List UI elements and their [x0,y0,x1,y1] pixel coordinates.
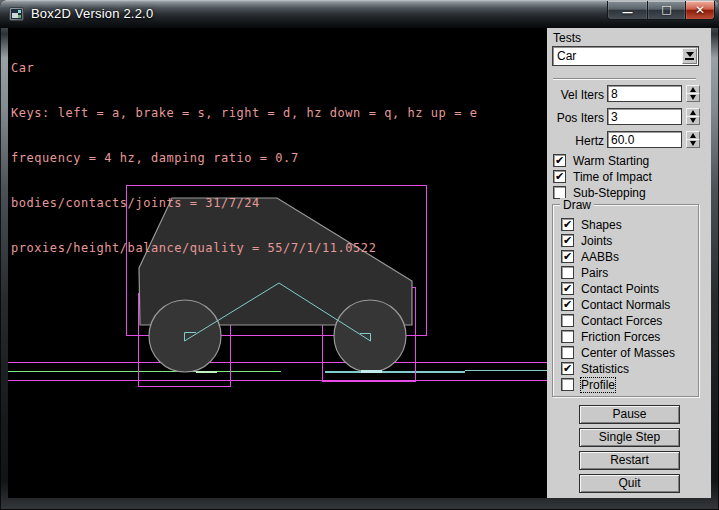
stats-overlay: Car Keys: left = a, brake = s, right = d… [11,31,477,286]
checkbox-label: Pairs [581,266,608,280]
arrow-down-icon [690,141,696,146]
separator [553,78,696,80]
checkbox-mark [561,330,574,343]
checkbox-mark [561,378,574,391]
app-window: Box2D Version 2.2.0 — □ ✕ [0,0,719,510]
restart-button[interactable]: Restart [579,451,680,470]
simulation-canvas[interactable]: Car Keys: left = a, brake = s, right = d… [8,28,547,498]
arrow-up-icon [690,133,696,138]
draw-group-box: Draw ✔ Shapes ✔ Joints ✔ AABBs Pairs [552,204,699,397]
vel-iters-spinner [686,85,700,102]
window-title: Box2D Version 2.2.0 [31,6,153,21]
arrow-down-icon [690,95,696,100]
checkbox-label: Contact Forces [581,314,662,328]
spinner-down-button[interactable] [686,139,700,148]
arrow-up-icon [690,87,696,92]
checkbox-mark: ✔ [561,218,574,231]
arrow-down-icon [690,118,696,123]
pos-iters-spinner [686,108,700,125]
checkbox-mark: ✔ [553,154,566,167]
bodies-stats-text: bodies/contacts/joints = 31/7/24 [11,196,477,211]
maximize-icon: □ [661,4,671,15]
checkbox-mark: ✔ [561,298,574,311]
checkbox-mark [561,314,574,327]
checkbox-label: Friction Forces [581,330,660,344]
quit-button[interactable]: Quit [579,474,680,493]
tests-label: Tests [553,31,581,45]
arrow-up-icon [690,110,696,115]
chevron-down-icon [686,52,694,57]
single-step-button[interactable]: Single Step [579,428,680,447]
checkbox-mark [561,266,574,279]
checkbox-label: Contact Normals [581,298,670,312]
spinner-down-button[interactable] [686,116,700,125]
vel-iters-input[interactable] [607,85,682,102]
checkbox-label: Joints [581,234,612,248]
checkbox-label: Contact Points [581,282,659,296]
pos-iters-label: Pos Iters [547,111,604,125]
tests-dropdown-button[interactable] [682,48,697,64]
checkbox-mark: ✔ [561,362,574,375]
app-icon [9,7,24,21]
minimize-button[interactable]: — [607,1,648,20]
hertz-input[interactable] [607,131,682,148]
draw-group-label: Draw [560,198,594,212]
close-button[interactable]: ✕ [685,1,715,20]
checkbox-label: AABBs [581,250,619,264]
tests-dropdown[interactable]: Car [552,46,699,66]
control-panel: Tests Car Vel Iters Pos Iters [547,28,711,498]
checkbox-label: Time of Impact [573,170,652,184]
title-bar[interactable]: Box2D Version 2.2.0 — □ ✕ [0,0,719,28]
hertz-label: Hertz [547,134,604,148]
checkbox-label: Warm Starting [573,154,649,168]
vel-iters-label: Vel Iters [547,88,604,102]
checkbox-label: Statistics [581,362,629,376]
test-name-text: Car [11,61,477,76]
keys-help-text: Keys: left = a, brake = s, right = d, hz… [11,106,477,121]
dropdown-bar-icon [685,58,694,60]
frequency-text: frequency = 4 hz, damping ratio = 0.7 [11,151,477,166]
checkbox-mark: ✔ [561,282,574,295]
pos-iters-input[interactable] [607,108,682,125]
hertz-spinner [686,131,700,148]
tests-dropdown-value: Car [557,49,576,63]
proxies-stats-text: proxies/height/balance/quality = 55/7/1/… [11,241,477,256]
minimize-icon: — [622,7,633,18]
close-icon: ✕ [695,4,705,16]
checkbox-label: Shapes [581,218,622,232]
checkbox-mark [561,346,574,359]
checkbox-mark: ✔ [561,234,574,247]
spinner-down-button[interactable] [686,93,700,102]
checkbox-label: Center of Masses [581,346,675,360]
pause-button[interactable]: Pause [579,405,680,424]
checkbox-mark: ✔ [553,170,566,183]
maximize-button[interactable]: □ [648,1,685,20]
checkbox-label: Profile [581,378,615,392]
checkbox-mark: ✔ [561,250,574,263]
